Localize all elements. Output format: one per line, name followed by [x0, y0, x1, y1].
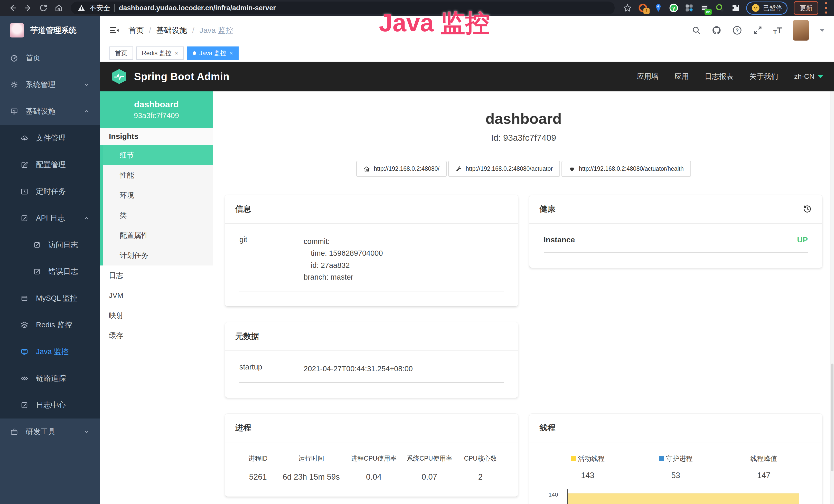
- user-avatar[interactable]: [793, 20, 809, 41]
- sidebar-item-file-mgmt[interactable]: 文件管理: [0, 125, 100, 152]
- actuator-url-button[interactable]: http://192.168.0.2:48080/actuator: [448, 161, 560, 177]
- sidebar-item-error-log[interactable]: 错误日志: [0, 258, 100, 285]
- sidebar-item-tracing[interactable]: 链路追踪: [0, 365, 100, 392]
- heart-icon: [569, 166, 575, 172]
- status-badge: UP: [797, 235, 808, 244]
- card-health-title: 健康: [540, 204, 555, 214]
- sidebar-item-java-monitor[interactable]: Java 监控: [0, 338, 100, 365]
- browser-forward-icon[interactable]: [22, 2, 34, 14]
- sidebar-item-log-center[interactable]: 日志中心: [0, 392, 100, 418]
- address-bar[interactable]: 不安全 dashboard.yudao.iocoder.cn/infra/adm…: [71, 2, 615, 15]
- sba-item-details[interactable]: 细节: [103, 145, 213, 165]
- browser-back-icon[interactable]: [7, 2, 19, 14]
- log-edit-icon: [34, 241, 41, 249]
- tab-java-monitor[interactable]: Java 监控 ×: [187, 46, 239, 60]
- breadcrumb-home[interactable]: 首页: [128, 25, 144, 36]
- browser-home-icon[interactable]: [53, 2, 65, 14]
- svg-text:?: ?: [736, 27, 739, 33]
- sba-nav-about[interactable]: 关于我们: [749, 72, 778, 82]
- database-icon: [21, 295, 28, 302]
- sidebar-item-mysql[interactable]: MySQL 监控: [0, 285, 100, 312]
- help-icon[interactable]: ?: [732, 25, 742, 35]
- extensions-puzzle-icon[interactable]: [731, 3, 740, 13]
- layers-icon: [21, 321, 28, 329]
- process-table: 进程ID 运行时间 进程CPU使用率 系统CPU使用率 CPU核心数 5261 …: [239, 454, 504, 482]
- chevron-up-icon: [83, 215, 90, 222]
- sba-item-scheduled-tasks[interactable]: 计划任务: [103, 246, 213, 266]
- tab-home[interactable]: 首页: [109, 46, 133, 60]
- extension-pin-icon[interactable]: [654, 3, 663, 13]
- chevron-down-icon: [83, 82, 90, 88]
- close-icon[interactable]: ×: [175, 49, 178, 57]
- sidebar-item-jobs[interactable]: 定时任务: [0, 178, 100, 205]
- health-instance-row[interactable]: Instance UP: [544, 235, 808, 253]
- sba-item-mappings[interactable]: 映射: [100, 305, 213, 325]
- extension-grid-icon[interactable]: [684, 3, 694, 13]
- sba-item-config-props[interactable]: 配置属性: [103, 225, 213, 246]
- sidebar-item-redis[interactable]: Redis 监控: [0, 312, 100, 338]
- sba-item-metrics[interactable]: 性能: [103, 165, 213, 185]
- instance-title: dashboard: [213, 110, 834, 127]
- dashboard-icon: [10, 54, 18, 62]
- history-icon[interactable]: [803, 204, 812, 214]
- sidebar-item-home[interactable]: 首页: [0, 45, 100, 71]
- tab-redis-monitor[interactable]: Redis 监控 ×: [136, 46, 184, 60]
- extension-tabs-icon[interactable]: on: [700, 3, 709, 13]
- active-dot: [193, 51, 196, 55]
- sidebar-fold-icon[interactable]: [109, 25, 119, 35]
- search-icon[interactable]: [692, 26, 701, 35]
- sba-item-logs[interactable]: 日志: [100, 266, 213, 285]
- metadata-startup-row: startup 2021-04-27T00:44:31.254+08:00: [239, 363, 504, 383]
- card-info: 信息 git commit: time: 1596289704000 id: 2…: [225, 195, 518, 306]
- service-url-button[interactable]: http://192.168.0.2:48080/: [356, 161, 447, 177]
- daemon-threads-value: 53: [632, 471, 720, 480]
- sba-header: Spring Boot Admin 应用墙 应用 日志报表 关于我们 zh-CN: [100, 62, 834, 91]
- update-button[interactable]: 更新: [794, 1, 818, 15]
- sba-item-environment[interactable]: 环境: [103, 185, 213, 205]
- sidebar-item-access-log[interactable]: 访问日志: [0, 232, 100, 258]
- wrench-icon: [455, 166, 462, 172]
- bookmark-star-icon[interactable]: [623, 3, 632, 13]
- card-process-title: 进程: [225, 414, 518, 442]
- card-metadata: 元数据 startup 2021-04-27T00:44:31.254+08:0…: [225, 322, 518, 398]
- user-caret-icon[interactable]: [820, 29, 825, 32]
- card-health: 健康 Instance UP: [529, 195, 822, 268]
- sidebar-item-dev-tools[interactable]: 研发工具: [0, 418, 100, 445]
- chevron-down-icon: [83, 429, 90, 435]
- sba-nav-wallboard[interactable]: 应用墙: [637, 72, 659, 82]
- sba-instance-block[interactable]: dashboard 93a3fc7f7409: [100, 91, 213, 128]
- sba-brand[interactable]: Spring Boot Admin: [111, 68, 229, 85]
- java-monitor-icon: [21, 348, 28, 356]
- card-metadata-title: 元数据: [225, 322, 518, 351]
- clock-icon: [21, 188, 28, 196]
- github-icon[interactable]: [712, 25, 722, 35]
- font-size-icon[interactable]: TT: [773, 25, 782, 36]
- sidebar-item-system[interactable]: 系统管理: [0, 71, 100, 98]
- breadcrumb-infra[interactable]: 基础设施: [156, 25, 187, 36]
- sba-nav-applications[interactable]: 应用: [675, 72, 689, 82]
- fullscreen-icon[interactable]: [753, 25, 763, 35]
- browser-menu-icon[interactable]: •••: [825, 1, 827, 15]
- sidebar-item-config-mgmt[interactable]: 配置管理: [0, 152, 100, 178]
- live-threads-area: [568, 494, 799, 504]
- extension-picker-icon[interactable]: [715, 3, 725, 13]
- scrollbar-thumb[interactable]: [831, 364, 833, 472]
- threads-chart: 140 120 100: [544, 492, 808, 504]
- card-threads-title: 线程: [529, 414, 822, 442]
- sba-item-jvm[interactable]: JVM: [100, 285, 213, 305]
- extension-orange-icon[interactable]: 1: [638, 3, 648, 13]
- close-icon[interactable]: ×: [229, 49, 233, 57]
- page-scrollbar[interactable]: [830, 91, 834, 504]
- home-icon: [364, 166, 370, 172]
- browser-reload-icon[interactable]: [38, 2, 49, 14]
- cloud-upload-icon: [21, 134, 28, 142]
- sidebar-item-api-log[interactable]: API 日志: [0, 205, 100, 232]
- sba-nav-journal[interactable]: 日志报表: [705, 72, 733, 82]
- extension-y-icon[interactable]: y: [669, 3, 678, 13]
- sidebar-item-infra[interactable]: 基础设施: [0, 98, 100, 125]
- health-url-button[interactable]: http://192.168.0.2:48080/actuator/health: [562, 161, 691, 177]
- sba-item-classes[interactable]: 类: [103, 205, 213, 225]
- profile-paused-badge[interactable]: 已暂停: [746, 2, 788, 15]
- sba-item-caches[interactable]: 缓存: [100, 325, 213, 346]
- threads-legend: 活动线程 143 守护进程 53 线程峰值 147: [544, 454, 808, 480]
